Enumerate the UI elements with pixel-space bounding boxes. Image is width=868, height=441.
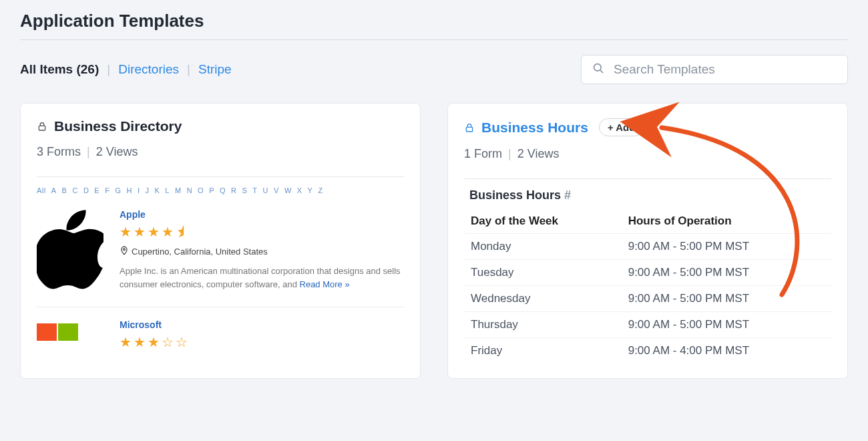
table-row: Monday9:00 AM - 5:00 PM MST xyxy=(464,234,831,260)
read-more-link[interactable]: Read More » xyxy=(300,279,350,289)
lock-icon xyxy=(37,120,47,132)
location-text: Cupertino, California, United States xyxy=(132,247,268,257)
table-row: Friday9:00 AM - 4:00 PM MST xyxy=(464,338,831,364)
alphabet-letter[interactable]: S xyxy=(242,186,248,194)
filter-directories[interactable]: Directories xyxy=(118,62,179,77)
alphabet-letter[interactable]: M xyxy=(175,186,182,194)
alphabet-letter[interactable]: X xyxy=(297,186,302,194)
hours-table-title: Business Hours # xyxy=(469,188,831,202)
alphabet-letter[interactable]: G xyxy=(115,186,121,194)
divider xyxy=(464,178,831,179)
search-box[interactable] xyxy=(581,55,848,84)
alphabet-letter[interactable]: H xyxy=(126,186,132,194)
list-item: Apple ★★★★⯨ Cupertino, California, Unite… xyxy=(37,206,404,300)
filter-all[interactable]: All Items (26) xyxy=(20,62,99,77)
alphabet-letter[interactable]: Y xyxy=(308,186,313,194)
card-subtitle: 1 Form | 2 Views xyxy=(464,147,831,161)
divider xyxy=(37,307,404,307)
microsoft-logo-icon xyxy=(37,323,103,345)
divider xyxy=(37,176,404,177)
svg-point-3 xyxy=(124,249,126,251)
card-business-hours: Business Hours + Add 1 Form | 2 Views Bu… xyxy=(447,103,848,379)
alphabet-letter[interactable]: C xyxy=(72,186,77,194)
cell-day: Friday xyxy=(464,338,622,364)
alphabet-letter[interactable]: D xyxy=(83,186,89,194)
alphabet-letter[interactable]: Q xyxy=(220,186,226,194)
hours-table: Day of the Week Hours of Operation Monda… xyxy=(464,209,831,363)
separator: | xyxy=(187,62,190,77)
table-row: Wednesday9:00 AM - 5:00 PM MST xyxy=(464,286,831,312)
card-business-directory: Business Directory 3 Forms | 2 Views All… xyxy=(20,103,421,379)
svg-rect-2 xyxy=(39,126,45,130)
alphabet-letter[interactable]: P xyxy=(209,186,214,194)
svg-rect-4 xyxy=(466,127,472,132)
alphabet-letter[interactable]: J xyxy=(145,186,149,194)
cell-hours: 9:00 AM - 5:00 PM MST xyxy=(622,234,831,260)
list-item: Microsoft ★★★☆☆ xyxy=(37,317,404,363)
apple-logo-icon xyxy=(37,209,103,292)
card-title-link[interactable]: Business Hours xyxy=(481,120,588,136)
col-day: Day of the Week xyxy=(464,209,622,234)
alphabet-letter[interactable]: A xyxy=(51,186,57,194)
alphabet-letter[interactable]: F xyxy=(105,186,110,194)
page-title: Application Templates xyxy=(20,11,848,39)
forms-count: 3 Forms xyxy=(37,145,81,158)
entry-description: Apple Inc. is an American multinational … xyxy=(120,265,404,291)
pin-icon xyxy=(120,245,129,258)
location-row: Cupertino, California, United States xyxy=(120,245,404,258)
alphabet-letter[interactable]: N xyxy=(187,186,192,194)
search-icon xyxy=(592,62,604,77)
cell-day: Tuesday xyxy=(464,260,622,286)
alphabet-letter[interactable]: K xyxy=(154,186,160,194)
filter-tabs: All Items (26) | Directories | Stripe xyxy=(20,62,232,77)
alphabet-letter[interactable]: E xyxy=(94,186,99,194)
card-subtitle: 3 Forms | 2 Views xyxy=(37,145,404,159)
entry-name-link[interactable]: Microsoft xyxy=(120,319,404,330)
cell-hours: 9:00 AM - 5:00 PM MST xyxy=(622,312,831,338)
entry-name-link[interactable]: Apple xyxy=(120,209,404,220)
alphabet-filter: AllABCDEFGHIJKLMNOPQRSTUVWXYZ xyxy=(37,186,404,194)
cell-hours: 9:00 AM - 4:00 PM MST xyxy=(622,338,831,364)
alphabet-letter[interactable]: Z xyxy=(318,186,322,194)
search-input[interactable] xyxy=(614,62,837,77)
separator: | xyxy=(508,147,511,160)
filter-row: All Items (26) | Directories | Stripe xyxy=(20,55,848,84)
cell-day: Monday xyxy=(464,234,622,260)
alphabet-letter[interactable]: O xyxy=(198,186,204,194)
card-title: Business Directory xyxy=(54,118,182,134)
separator: | xyxy=(87,145,90,158)
separator: | xyxy=(107,62,110,77)
alphabet-letter[interactable]: T xyxy=(252,186,257,194)
alphabet-letter[interactable]: B xyxy=(62,186,67,194)
views-count: 2 Views xyxy=(517,147,560,160)
alphabet-letter[interactable]: L xyxy=(165,186,170,194)
cell-hours: 9:00 AM - 5:00 PM MST xyxy=(622,260,831,286)
alphabet-letter[interactable]: All xyxy=(37,186,46,194)
cell-hours: 9:00 AM - 5:00 PM MST xyxy=(622,286,831,312)
col-hours: Hours of Operation xyxy=(622,209,831,234)
alphabet-letter[interactable]: I xyxy=(138,186,140,194)
alphabet-letter[interactable]: W xyxy=(284,186,292,194)
cell-day: Wednesday xyxy=(464,286,622,312)
lock-icon xyxy=(464,122,475,134)
alphabet-letter[interactable]: V xyxy=(274,186,279,194)
add-button[interactable]: + Add xyxy=(599,118,644,136)
forms-count: 1 Form xyxy=(464,147,502,160)
svg-line-1 xyxy=(600,70,603,73)
star-rating: ★★★☆☆ xyxy=(120,334,404,350)
views-count: 2 Views xyxy=(96,145,138,158)
star-rating: ★★★★⯨ xyxy=(120,224,404,240)
alphabet-letter[interactable]: R xyxy=(231,186,236,194)
table-row: Thursday9:00 AM - 5:00 PM MST xyxy=(464,312,831,338)
table-row: Tuesday9:00 AM - 5:00 PM MST xyxy=(464,260,831,286)
cell-day: Thursday xyxy=(464,312,622,338)
alphabet-letter[interactable]: U xyxy=(263,186,268,194)
filter-stripe[interactable]: Stripe xyxy=(198,62,232,77)
divider xyxy=(20,39,848,40)
